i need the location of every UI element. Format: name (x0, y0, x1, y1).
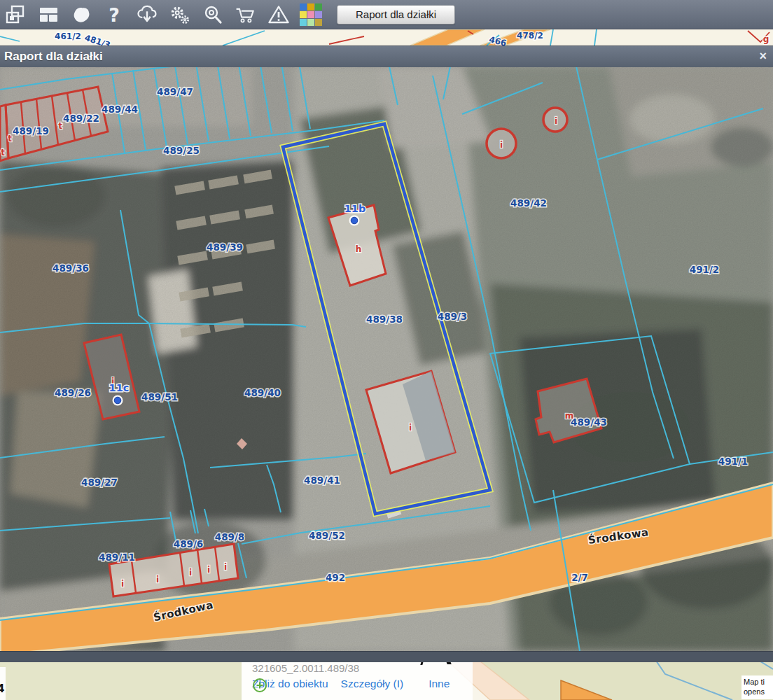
palette-color-cell (315, 4, 322, 10)
parcel-number-label: 489/42 (510, 197, 547, 209)
parcel-number-label: 489/27 (81, 477, 118, 488)
corner-text: 4 (0, 682, 4, 695)
warning-icon[interactable] (267, 3, 291, 27)
search-icon[interactable] (201, 3, 225, 27)
download-cloud-icon (135, 4, 159, 26)
parcel-number-label: 2/7 (571, 572, 588, 583)
building-function-label: i (409, 423, 412, 433)
parcel-number-label: 491/2 (690, 264, 720, 275)
page-title: Raport dla działki (0, 50, 103, 64)
parcel-number-label: 489/6 (174, 538, 204, 550)
parcel-number-label: 489/39 (207, 241, 243, 253)
parcel-number-label: 489/52 (309, 530, 345, 541)
palette-color-cell (307, 4, 314, 10)
parcel-number-label: 489/41 (304, 475, 340, 486)
building-function-label: i (500, 140, 503, 150)
top-strip-svg: 461/2481/3466478/2g (0, 29, 773, 46)
popup-links: Zbliż do obiektu Szczegóły (I) Inne (252, 678, 450, 690)
address-number-label: 11c (109, 382, 130, 393)
parcel-number-label: 491/1 (718, 456, 748, 467)
plus-circle-icon (252, 678, 267, 693)
building-function-label: i (189, 568, 192, 578)
parcel-number-label: 489/11 (99, 552, 135, 563)
strip-background (0, 29, 773, 46)
close-icon[interactable]: × (756, 49, 769, 63)
attribution-line-1: Map ti (744, 678, 765, 686)
parcel-number-label: 489/47 (157, 86, 193, 97)
parcel-number-label: 489/51 (141, 391, 178, 402)
building-function-label: t (8, 134, 12, 144)
palette-color-cell (300, 19, 307, 26)
palette-color-cell (307, 19, 314, 26)
building-function-label: m (565, 411, 574, 421)
building-function-label: h (356, 244, 362, 254)
more-link[interactable]: Inne (429, 678, 450, 690)
strip-parcel-label: 461/2 (55, 31, 81, 41)
building-function-label: t (58, 121, 62, 131)
shopping-cart-icon (234, 4, 258, 26)
building-function-label: i (121, 579, 124, 589)
address-number-label: 11b (344, 203, 366, 214)
gis-application-window: ? (0, 0, 773, 700)
report-parcel-button[interactable]: Raport dla działki (337, 5, 455, 24)
download-cloud-icon[interactable] (135, 3, 159, 27)
polygon-icon (69, 4, 93, 26)
toolbar: ? (0, 0, 773, 29)
attribution-line-2: opens (744, 687, 765, 696)
parcel-number-label: 492 (326, 572, 345, 583)
building-function-label: t (1, 148, 5, 158)
parcel-number-label: 489/22 (63, 113, 99, 124)
strip-parcel-label: 478/2 (517, 31, 543, 41)
top-map-strip: 461/2481/3466478/2g (0, 29, 773, 46)
strip-building-label: g (763, 34, 769, 44)
question-mark-icon: ? (106, 4, 123, 26)
palette-color-cell (315, 19, 322, 26)
map-attribution: Map ti opens (741, 676, 773, 699)
bottom-bar: 4 321605_2.0011.489/38 Zbliż do obiektu … (0, 662, 773, 700)
parcel-number-label: 489/19 (13, 125, 49, 136)
parcel-number-label: 489/40 (244, 387, 281, 398)
building-function-label: i (156, 575, 159, 584)
parcel-number-label: 489/8 (215, 531, 245, 542)
parcel-number-label: 489/25 (163, 145, 200, 156)
windows-icon (4, 4, 27, 26)
layout-icon (37, 4, 60, 26)
settings-icon[interactable] (168, 3, 192, 27)
parcel-number-label: 489/3 (438, 311, 468, 322)
polygon-icon[interactable] (69, 3, 93, 27)
palette-color-cell (307, 11, 314, 18)
map-viewport[interactable]: 489/47489/44489/22489/19489/25489/36489/… (0, 66, 773, 651)
parcel-number-label: 489/44 (102, 104, 138, 115)
building-function-label: i (224, 562, 227, 572)
parcel-number-label: 489/26 (55, 387, 91, 398)
palette-color-cell (315, 11, 322, 18)
windows-icon[interactable] (4, 3, 27, 27)
magnifier-icon (201, 4, 225, 26)
layout-icon[interactable] (36, 3, 60, 27)
palette-color-cell (300, 11, 307, 18)
help-icon[interactable]: ? (102, 3, 126, 27)
address-point-dot (351, 217, 358, 224)
palette-color-cell (300, 4, 307, 10)
details-link[interactable]: Szczegóły (I) (341, 678, 404, 690)
warning-triangle-icon (267, 4, 291, 26)
panel-divider (0, 651, 773, 662)
building-function-label: i (555, 116, 557, 126)
building-function-label: i (207, 565, 210, 575)
svg-text:?: ? (109, 4, 120, 26)
map-svg: 489/47489/44489/22489/19489/25489/36489/… (0, 66, 773, 651)
report-panel-header: Raport dla działki × (0, 46, 773, 67)
address-point-dot (114, 397, 121, 404)
palette-icon[interactable] (300, 4, 322, 26)
parcel-number-label: 489/43 (571, 416, 607, 428)
basemap-left (0, 662, 242, 700)
parcel-number-label: 489/38 (366, 314, 403, 325)
parcel-object-id: 321605_2.0011.489/38 (252, 662, 359, 674)
gear-icon (168, 4, 192, 26)
cart-icon[interactable] (234, 3, 258, 27)
parcel-number-label: 489/36 (53, 262, 89, 274)
